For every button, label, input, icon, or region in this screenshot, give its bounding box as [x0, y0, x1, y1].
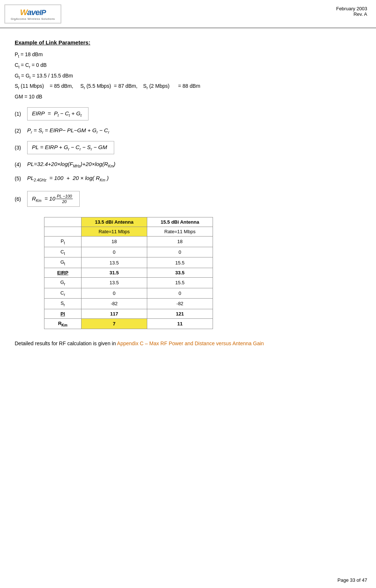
table-row: Pt 18 18	[44, 237, 213, 247]
formula-5-num: (5)	[15, 176, 27, 181]
main-content: Example of Link Parameters: Pt = 18 dBm …	[0, 28, 376, 370]
table-cell-label-rkm: RKm	[44, 318, 82, 329]
table-cell-col1: -82	[81, 299, 147, 309]
table-row-eirp: EIRP 31.5 33.5	[44, 268, 213, 277]
param-gm: GM = 10 dB	[15, 93, 361, 101]
formula-3-block: (3) PL = EIRP + Gr − Cr − Sr − GM	[15, 141, 361, 154]
formula-3: PL = EIRP + Gr − Cr − Sr − GM	[27, 141, 114, 154]
header-date: February 2003	[336, 6, 367, 11]
formula-2-block: (2) Pr = Sr = EIRP− PL−GM + Gr − Cr	[15, 127, 361, 134]
table-cell-label-pl: Pl	[44, 309, 82, 318]
formula-6-num: (6)	[15, 196, 27, 202]
formula-6: RKm = 10 PL −100 20	[27, 191, 80, 207]
table-cell-col2: 18	[147, 237, 213, 247]
table-cell-label: Ct	[44, 247, 82, 257]
table-cell-col1-rkm: 7	[81, 318, 147, 329]
table-cell-col1: 0	[81, 247, 147, 257]
table-cell-label: Sr	[44, 299, 82, 309]
table-rate-empty	[44, 227, 82, 237]
table-cell-col1-eirp: 31.5	[81, 268, 147, 277]
formula-2-num: (2)	[15, 128, 27, 134]
table-cell-col1-pl: 117	[81, 309, 147, 318]
formula-5: PL2.4GHz = 100 + 20 × log( RKm )	[27, 175, 109, 182]
table-row: Ct 0 0	[44, 247, 213, 257]
table-cell-col2-eirp: 33.5	[147, 268, 213, 277]
table-rate-col2: Rate=11 Mbps	[147, 227, 213, 237]
section-title: Example of Link Parameters:	[15, 39, 361, 46]
formula-3-num: (3)	[15, 145, 27, 151]
results-table: 13.5 dBi Antenna 15.5 dBi Antenna Rate=1…	[44, 217, 213, 329]
table-row: Gt 13.5 15.5	[44, 257, 213, 268]
table-cell-label: Gt	[44, 257, 82, 268]
footer-text: Detailed results for RF calculation is g…	[15, 339, 361, 348]
table-cell-col2: 15.5	[147, 257, 213, 268]
table-cell-label: Gr	[44, 277, 82, 288]
formula-4-num: (4)	[15, 162, 27, 167]
table-cell-col2-pl: 121	[147, 309, 213, 318]
param-sr: Sr (11 Mbps) = 85 dBm, Sr (5.5 Mbps) = 8…	[15, 82, 361, 91]
header-rev: Rev. A	[336, 11, 367, 17]
table-cell-label: Pt	[44, 237, 82, 247]
appendix-link[interactable]: Appendix C – Max RF Power and Distance v…	[117, 340, 264, 346]
table-cell-col1: 13.5	[81, 277, 147, 288]
param-gt-gr: Gt = Gr = 13.5 / 15.5 dBm	[15, 72, 361, 80]
table-cell-col2-rkm: 11	[147, 318, 213, 329]
table-cell-col2: 15.5	[147, 277, 213, 288]
formula-1-num: (1)	[15, 111, 27, 117]
footer-text-before: Detailed results for RF calculation is g…	[15, 340, 117, 346]
param-pt: Pt = 18 dBm	[15, 51, 361, 59]
logo: WaveIP GigAccess Wireless Solutions	[4, 4, 63, 25]
table-rate-col1: Rate=11 Mbps	[81, 227, 147, 237]
table-cell-label-eirp: EIRP	[44, 268, 82, 277]
formula-5-block: (5) PL2.4GHz = 100 + 20 × log( RKm )	[15, 175, 361, 182]
table-row: Sr -82 -82	[44, 299, 213, 309]
table-cell-col1: 13.5	[81, 257, 147, 268]
logo-brand: WaveIP	[20, 8, 46, 17]
formula-2: Pr = Sr = EIRP− PL−GM + Gr − Cr	[27, 127, 109, 134]
table-header-col1: 13.5 dBi Antenna	[81, 217, 147, 227]
table-cell-col2: -82	[147, 299, 213, 309]
table-row-pl: Pl 117 121	[44, 309, 213, 318]
formula-1: EIRP = Pt − Ct + Gt	[27, 107, 88, 120]
formula-1-block: (1) EIRP = Pt − Ct + Gt	[15, 107, 361, 120]
table-row: Gr 13.5 15.5	[44, 277, 213, 288]
table-cell-col2: 0	[147, 247, 213, 257]
table-row-rkm: RKm 7 11	[44, 318, 213, 329]
table-cell-col2: 0	[147, 288, 213, 299]
formula-6-block: (6) RKm = 10 PL −100 20	[15, 191, 361, 207]
param-ct-cr: Ct = Cr = 0 dB	[15, 61, 361, 70]
formula-4-block: (4) PL=32.4+20×log(FMHz)+20×log(RKm)	[15, 161, 361, 168]
table-cell-col1: 18	[81, 237, 147, 247]
table-cell-label: Cr	[44, 288, 82, 299]
formula-4: PL=32.4+20×log(FMHz)+20×log(RKm)	[27, 161, 115, 168]
table-row: Cr 0 0	[44, 288, 213, 299]
table-cell-col1: 0	[81, 288, 147, 299]
page-header: WaveIP GigAccess Wireless Solutions Febr…	[0, 0, 376, 28]
table-header-col2: 15.5 dBi Antenna	[147, 217, 213, 227]
results-table-wrapper: 13.5 dBi Antenna 15.5 dBi Antenna Rate=1…	[44, 217, 361, 329]
page-number: Page 33 of 47	[337, 577, 367, 583]
table-header-empty	[44, 217, 82, 227]
logo-tagline: GigAccess Wireless Solutions	[11, 17, 55, 21]
header-date-rev: February 2003 Rev. A	[336, 4, 367, 17]
